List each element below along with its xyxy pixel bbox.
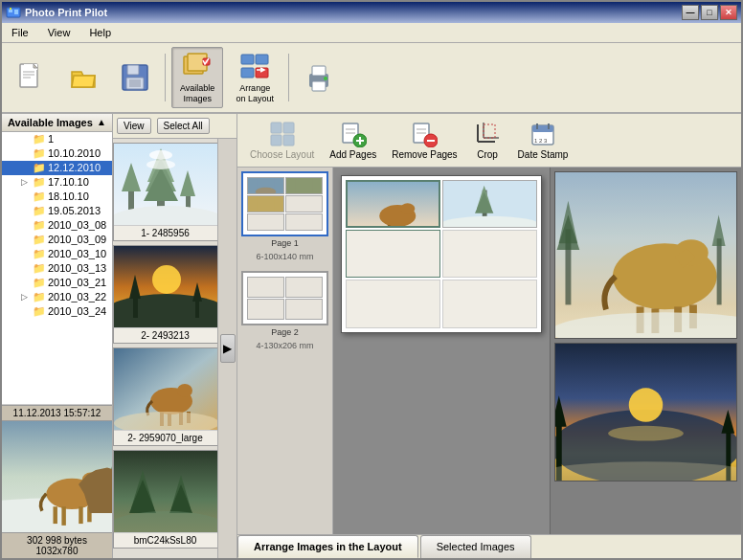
list-item[interactable]: 2- 2493213 xyxy=(113,245,217,344)
maximize-button[interactable]: □ xyxy=(701,5,718,20)
main-window: Photo Print Pilot — □ ✕ File View Help xyxy=(0,0,743,560)
tree-item[interactable]: 📁 18.10.10 xyxy=(2,190,112,204)
new-icon xyxy=(16,62,47,93)
page-thumb-1[interactable]: Page 1 6-100x140 mm xyxy=(241,171,328,263)
crop-icon xyxy=(474,121,501,147)
svg-rect-74 xyxy=(283,135,294,146)
tree-item[interactable]: 📁 2010_03_24 xyxy=(2,304,112,319)
svg-rect-19 xyxy=(241,68,254,78)
choose-layout-button: Choose Layout xyxy=(243,118,321,163)
layout-preview[interactable] xyxy=(333,168,550,534)
svg-rect-103 xyxy=(388,225,391,226)
select-all-button[interactable]: Select All xyxy=(157,118,210,134)
separator-1 xyxy=(165,54,166,101)
svg-point-32 xyxy=(46,479,98,509)
tree-item[interactable]: 📁 2010_03_13 xyxy=(2,261,112,276)
left-panel-collapse[interactable]: ▲ xyxy=(97,117,106,127)
tree-item[interactable]: 📁 2010_03_21 xyxy=(2,276,112,290)
strip-label-2: 2- 2493213 xyxy=(114,327,217,343)
strip-thumb-2 xyxy=(114,246,218,327)
page-1-sublabel: 6-100x140 mm xyxy=(241,250,328,263)
svg-point-33 xyxy=(82,473,100,486)
menu-file[interactable]: File xyxy=(6,25,34,40)
print-button[interactable] xyxy=(295,58,343,97)
available-images-label: AvailableImages xyxy=(180,83,214,104)
separator-2 xyxy=(288,54,289,101)
tree-item[interactable]: 📁 1 xyxy=(2,132,112,146)
strip-toolbar: View Select All xyxy=(113,114,236,139)
close-button[interactable]: ✕ xyxy=(720,5,737,20)
new-button[interactable] xyxy=(8,58,56,97)
svg-point-59 xyxy=(177,384,192,397)
strip-thumb-3 xyxy=(114,348,218,430)
svg-rect-73 xyxy=(271,135,281,146)
file-tree[interactable]: 📁 1📁 10.10.2010📁 12.12.2010▷📁 17.10.10📁 … xyxy=(2,132,112,405)
tree-item[interactable]: ▷📁 2010_03_22 xyxy=(2,290,112,304)
preview-image xyxy=(2,421,112,532)
save-icon xyxy=(120,62,150,93)
view-button[interactable]: View xyxy=(117,118,151,134)
svg-rect-2 xyxy=(14,10,18,14)
preview-info: 302 998 bytes 1032x780 xyxy=(2,532,112,558)
svg-point-52 xyxy=(114,294,218,327)
svg-rect-71 xyxy=(271,123,281,133)
list-item[interactable]: 2- 2959070_large xyxy=(113,347,217,446)
list-item[interactable]: 1- 2485956 xyxy=(113,143,217,241)
svg-rect-99 xyxy=(258,196,275,212)
strip-label-1: 1- 2485956 xyxy=(114,225,217,240)
choose-layout-label: Choose Layout xyxy=(250,149,314,160)
tree-item[interactable]: 📁 2010_03_08 xyxy=(2,218,112,233)
tab-selected-images[interactable]: Selected Images xyxy=(420,535,531,558)
main-content: Available Images ▲ 📁 1📁 10.10.2010📁 12.1… xyxy=(2,114,741,558)
save-button[interactable] xyxy=(111,58,159,97)
page-thumb-2[interactable]: Page 2 4-130x206 mm xyxy=(241,271,328,352)
page-1-label: Page 1 xyxy=(241,236,328,250)
list-item[interactable]: bmC24kSsL80 xyxy=(113,450,217,549)
available-images-button[interactable]: AvailableImages xyxy=(171,47,223,108)
strip-thumb-1 xyxy=(114,144,218,225)
crop-button[interactable]: Crop xyxy=(466,118,509,163)
right-toolbar: Choose Layout Add Pages xyxy=(237,114,741,168)
svg-point-49 xyxy=(146,160,175,169)
menu-bar: File View Help xyxy=(2,23,741,43)
svg-rect-36 xyxy=(79,506,82,524)
choose-layout-icon xyxy=(269,121,296,147)
svg-point-127 xyxy=(629,388,664,422)
remove-pages-label: Remove Pages xyxy=(392,149,457,160)
left-panel: Available Images ▲ 📁 1📁 10.10.2010📁 12.1… xyxy=(2,114,113,558)
svg-rect-18 xyxy=(256,55,268,64)
tree-item[interactable]: 📁 10.10.2010 xyxy=(2,146,112,161)
tree-item[interactable]: 📁 12.12.2010 xyxy=(2,161,112,175)
preview-timestamp: 11.12.2013 15:57:12 xyxy=(2,405,112,421)
svg-rect-72 xyxy=(283,123,294,133)
arrange-button[interactable]: Arrangeon Layout xyxy=(227,47,282,108)
date-stamp-button[interactable]: 1 2 3 Date Stamp xyxy=(511,118,575,163)
tree-item[interactable]: 📁 2010_03_10 xyxy=(2,247,112,261)
strip-images: 1- 2485956 xyxy=(113,139,217,558)
image-strip: View Select All xyxy=(113,114,237,558)
tab-arrange-images[interactable]: Arrange Images in the Layout xyxy=(237,535,418,558)
date-stamp-label: Date Stamp xyxy=(518,149,569,160)
scroll-right-button[interactable]: ▶ xyxy=(220,334,236,363)
minimize-button[interactable]: — xyxy=(682,5,699,20)
open-button[interactable] xyxy=(59,58,107,97)
add-pages-button[interactable]: Add Pages xyxy=(323,118,383,163)
arrange-label: Arrangeon Layout xyxy=(236,83,274,104)
svg-rect-92 xyxy=(532,125,553,132)
add-pages-icon xyxy=(340,121,367,147)
right-panel: Choose Layout Add Pages xyxy=(237,114,741,558)
menu-help[interactable]: Help xyxy=(83,25,117,40)
svg-point-126 xyxy=(608,425,684,440)
arrange-icon xyxy=(239,51,270,81)
tree-item[interactable]: 📁 19.05.2013 xyxy=(2,204,112,218)
tree-item[interactable]: 📁 2010_03_09 xyxy=(2,233,112,247)
tree-item[interactable]: ▷📁 17.10.10 xyxy=(2,175,112,190)
menu-view[interactable]: View xyxy=(42,25,77,40)
svg-point-48 xyxy=(149,150,172,160)
app-icon xyxy=(6,5,21,20)
svg-rect-34 xyxy=(53,506,56,524)
svg-rect-98 xyxy=(296,178,313,193)
remove-pages-button[interactable]: Remove Pages xyxy=(385,118,463,163)
preview-panel: 11.12.2013 15:57:12 xyxy=(2,405,112,558)
strip-label-3: 2- 2959070_large xyxy=(114,430,217,445)
